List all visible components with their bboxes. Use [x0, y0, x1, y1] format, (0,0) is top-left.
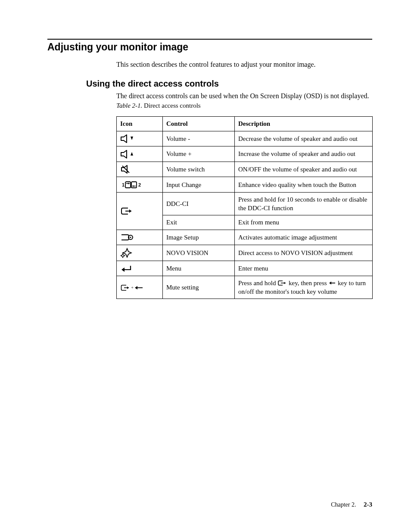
svg-marker-7 [128, 183, 130, 184]
document-page: Adjusting your monitor image This sectio… [0, 0, 411, 532]
control-description: Press and hold key, then press key to tu… [235, 276, 373, 299]
svg-text:2: 2 [138, 182, 141, 187]
volume-up-icon [117, 146, 163, 162]
exit-arrow-icon [117, 192, 163, 230]
control-label: Volume + [163, 146, 235, 162]
control-label: Mute setting [163, 276, 235, 299]
control-description: Exit from menu [235, 215, 373, 230]
svg-text:+: + [131, 285, 134, 290]
svg-marker-1 [131, 152, 133, 156]
novo-vision-icon [117, 245, 163, 261]
control-label: Menu [163, 261, 235, 276]
header-icon: Icon [117, 117, 163, 131]
desc-text: key, then press [287, 280, 328, 286]
table-row: Volume switch ON/OFF the volume of speak… [117, 162, 373, 177]
control-label: Image Setup [163, 230, 235, 245]
svg-marker-26 [329, 281, 331, 284]
footer-page-number: 2-3 [364, 501, 372, 508]
desc-text: Press and hold [238, 280, 277, 286]
subsection-intro: The direct access controls can be used w… [116, 91, 372, 101]
direct-access-controls-table: Icon Control Description Volume - Decrea [116, 116, 373, 299]
image-setup-icon [117, 230, 163, 245]
input-change-icon: 1 2 [117, 177, 163, 193]
svg-point-14 [130, 237, 131, 238]
control-description: Enter menu [235, 261, 373, 276]
control-description: Increase the volume of speaker and audio… [235, 146, 373, 162]
table-header-row: Icon Control Description [117, 117, 373, 131]
table-caption-label: Table 2-1. [116, 102, 142, 109]
subsection-title: Using the direct access controls [86, 79, 372, 89]
exit-arrow-inline-icon [277, 280, 287, 286]
table-row: Menu Enter menu [117, 261, 373, 276]
svg-marker-9 [132, 185, 134, 187]
mute-setting-combo-icon: + [117, 276, 163, 299]
svg-text:1: 1 [122, 182, 125, 187]
control-label: NOVO VISION [163, 245, 235, 261]
table-row: Volume - Decrease the volume of speaker … [117, 131, 373, 146]
header-control: Control [163, 117, 235, 131]
page-footer: Chapter 2. 2-3 [331, 501, 372, 508]
svg-marker-0 [131, 137, 133, 140]
control-description: Decrease the volume of speaker and audio… [235, 131, 373, 146]
control-label: DDC-CI [163, 192, 235, 215]
svg-marker-12 [129, 209, 131, 213]
svg-marker-19 [127, 286, 129, 289]
control-label: Volume switch [163, 162, 235, 177]
control-description: Press and hold for 10 seconds to enable … [235, 192, 373, 215]
table-row: NOVO VISION Direct access to NOVO VISION… [117, 245, 373, 261]
enter-menu-icon [117, 261, 163, 276]
table-row: DDC-CI Press and hold for 10 seconds to … [117, 192, 373, 215]
control-label: Exit [163, 215, 235, 230]
svg-marker-24 [284, 282, 286, 284]
table-caption-text: Direct access controls [144, 102, 201, 109]
control-description: ON/OFF the volume of speaker and audio o… [235, 162, 373, 177]
table-row: 1 2 Input Change Enhance video quality w… [117, 177, 373, 193]
control-description: Enhance video quality when touch the But… [235, 177, 373, 193]
table-caption: Table 2-1. Direct access controls [116, 101, 372, 110]
volume-down-icon [117, 131, 163, 146]
svg-line-2 [122, 166, 129, 173]
table-row: + Mute setting Press and hold key, then … [117, 276, 373, 299]
svg-marker-17 [121, 268, 125, 272]
svg-rect-4 [125, 182, 131, 188]
section-title: Adjusting your monitor image [47, 41, 372, 53]
footer-chapter: Chapter 2. [331, 501, 356, 508]
svg-marker-22 [135, 286, 137, 289]
control-label: Input Change [163, 177, 235, 193]
control-description: Activates automatic image adjustment [235, 230, 373, 245]
table-row: Volume + Increase the volume of speaker … [117, 146, 373, 162]
table-row: Image Setup Activates automatic image ad… [117, 230, 373, 245]
control-description: Direct access to NOVO VISION adjustment [235, 245, 373, 261]
header-description: Description [235, 117, 373, 131]
left-arrow-inline-icon [328, 280, 336, 286]
section-rule [47, 39, 372, 40]
control-label: Volume - [163, 131, 235, 146]
section-intro: This section describes the control featu… [116, 60, 372, 69]
svg-marker-16 [121, 254, 125, 258]
svg-rect-5 [131, 182, 137, 188]
volume-mute-icon [117, 162, 163, 177]
